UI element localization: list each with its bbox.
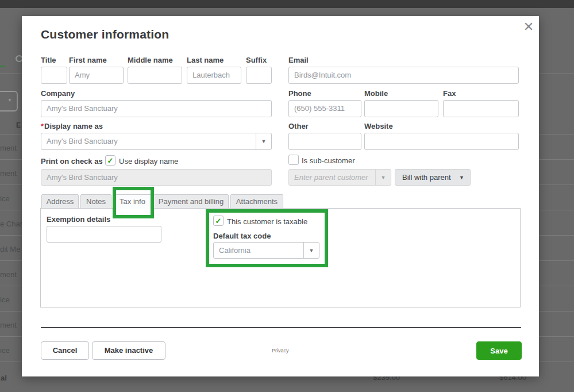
fax-field[interactable] [443, 100, 519, 117]
chevron-down-icon: ▼ [375, 170, 391, 185]
top-navbar [0, 0, 574, 8]
customer-information-modal: Customer information ✕ Title First name … [22, 16, 539, 376]
use-display-name-label: Use display name [119, 157, 178, 166]
background-table-left-edge: ▼ E ment ment ice e Char dit Me ment ice… [0, 0, 22, 392]
tab-payment-and-billing[interactable]: Payment and billing [153, 194, 229, 209]
is-sub-customer-checkbox[interactable] [288, 155, 299, 165]
phone-label: Phone [288, 89, 311, 98]
first-name-label: First name [69, 56, 107, 64]
is-sub-customer-label: Is sub-customer [302, 156, 355, 165]
suffix-field[interactable] [246, 67, 272, 84]
middle-name-field[interactable] [128, 67, 182, 84]
batch-actions-dropdown[interactable]: ▼ [0, 91, 18, 112]
bill-with-parent-dropdown[interactable]: Bill with parent ▼ [395, 169, 471, 186]
tab-attachments[interactable]: Attachments [230, 194, 283, 209]
default-tax-code-select[interactable]: California ▼ [213, 242, 319, 259]
modal-title: Customer information [41, 28, 169, 41]
table-row: ice [0, 346, 22, 355]
tax-info-panel: Exemption details ✓ This customer is tax… [40, 208, 521, 308]
table-row: ice [0, 194, 22, 203]
table-row: ice [0, 295, 22, 304]
exemption-details-field[interactable] [47, 226, 161, 243]
active-tab-underline [0, 66, 5, 67]
cancel-button[interactable]: Cancel [41, 341, 89, 360]
mobile-label: Mobile [364, 89, 388, 98]
chevron-down-icon[interactable]: ▼ [256, 133, 271, 149]
phone-field[interactable]: (650) 555-3311 [288, 100, 361, 117]
customer-taxable-label: This customer is taxable [227, 217, 307, 226]
website-label: Website [364, 122, 393, 130]
mobile-field[interactable] [364, 100, 438, 117]
footer-divider [41, 327, 521, 328]
print-on-check-field: Amy's Bird Sanctuary [41, 169, 272, 186]
chevron-down-icon: ▼ [459, 170, 464, 186]
chevron-down-icon[interactable]: ▼ [303, 243, 319, 258]
table-row: ment [0, 270, 22, 279]
tab-address[interactable]: Address [41, 194, 79, 209]
fax-label: Fax [443, 89, 456, 98]
table-row: e Char [0, 220, 22, 228]
table-row: dit Me [0, 245, 22, 253]
default-tax-code-label: Default tax code [213, 232, 271, 240]
email-field[interactable]: Birds@Intuit.com [288, 67, 519, 84]
title-label: Title [41, 56, 56, 64]
make-inactive-button[interactable]: Make inactive [92, 341, 165, 360]
email-label: Email [288, 56, 309, 64]
required-asterisk: * [41, 122, 44, 130]
print-on-check-label: Print on check as [41, 157, 103, 166]
save-button[interactable]: Save [476, 341, 522, 360]
last-name-field[interactable]: Lauterbach [187, 67, 241, 84]
use-display-name-checkbox[interactable]: ✓ [105, 155, 115, 166]
other-label: Other [288, 122, 309, 130]
parent-customer-select: Enter parent customer ▼ [288, 169, 391, 186]
table-row: ment [0, 144, 22, 152]
display-name-select[interactable]: Amy's Bird Sanctuary ▼ [41, 133, 272, 150]
close-icon[interactable]: ✕ [521, 19, 537, 35]
privacy-link[interactable]: Privacy [272, 348, 289, 353]
tab-tax-info[interactable]: Tax info [113, 194, 152, 209]
company-label: Company [41, 89, 75, 98]
middle-name-label: Middle name [128, 56, 173, 64]
column-header-partial: E [16, 121, 21, 129]
suffix-label: Suffix [246, 56, 267, 64]
table-row: ment [0, 169, 22, 178]
customer-taxable-checkbox[interactable]: ✓ [213, 216, 224, 226]
table-row: ment [0, 321, 22, 329]
exemption-details-label: Exemption details [47, 215, 110, 224]
other-field[interactable] [288, 133, 361, 150]
website-field[interactable] [364, 133, 519, 150]
chevron-down-icon: ▼ [7, 98, 12, 103]
last-name-label: Last name [187, 56, 224, 64]
total-row-label-partial: al [1, 374, 7, 382]
company-field[interactable]: Amy's Bird Sanctuary [41, 100, 272, 117]
first-name-field[interactable]: Amy [69, 67, 124, 84]
tab-notes[interactable]: Notes [80, 194, 111, 209]
display-name-label: *Display name as [41, 122, 103, 130]
background-table-status-column: STATUS Closed Closed Paid Open Closed Cl… [539, 0, 574, 392]
title-field[interactable] [41, 67, 67, 84]
